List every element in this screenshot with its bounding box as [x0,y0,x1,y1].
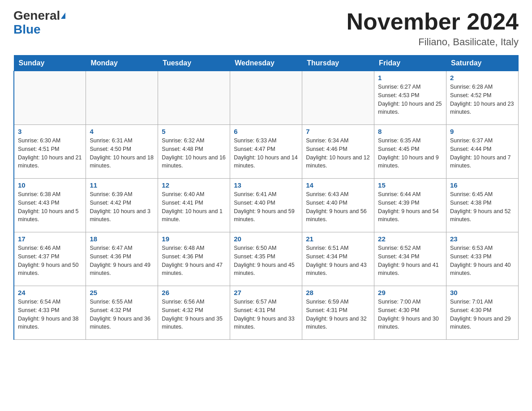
calendar-cell [14,71,86,125]
day-number: 14 [306,181,370,189]
day-info: Sunrise: 6:43 AMSunset: 4:40 PMDaylight:… [306,190,370,224]
calendar-cell: 9Sunrise: 6:37 AMSunset: 4:44 PMDaylight… [446,125,519,179]
calendar-cell: 18Sunrise: 6:47 AMSunset: 4:36 PMDayligh… [86,232,158,286]
logo-triangle-icon [61,13,65,19]
weekday-header-sunday: Sunday [14,56,86,71]
day-info: Sunrise: 6:32 AMSunset: 4:48 PMDaylight:… [162,137,226,170]
day-number: 17 [18,235,82,243]
title-area: November 2024 Filiano, Basilicate, Italy [347,9,519,48]
day-number: 6 [234,128,298,135]
day-info: Sunrise: 6:51 AMSunset: 4:34 PMDaylight:… [306,244,370,278]
weekday-header-monday: Monday [86,56,158,71]
calendar-cell [86,71,158,125]
day-info: Sunrise: 6:33 AMSunset: 4:47 PMDaylight:… [234,137,298,170]
calendar-cell: 30Sunrise: 7:01 AMSunset: 4:30 PMDayligh… [446,286,519,340]
day-number: 28 [306,289,370,296]
weekday-header-friday: Friday [374,56,446,71]
calendar-cell: 7Sunrise: 6:34 AMSunset: 4:46 PMDaylight… [302,125,374,179]
calendar-cell: 17Sunrise: 6:46 AMSunset: 4:37 PMDayligh… [14,232,86,286]
calendar-cell: 12Sunrise: 6:40 AMSunset: 4:41 PMDayligh… [158,179,230,232]
day-number: 27 [234,289,298,296]
calendar-week-row: 17Sunrise: 6:46 AMSunset: 4:37 PMDayligh… [14,232,519,286]
day-info: Sunrise: 6:44 AMSunset: 4:39 PMDaylight:… [378,190,442,224]
day-info: Sunrise: 6:53 AMSunset: 4:33 PMDaylight:… [450,244,515,278]
day-number: 3 [18,128,82,135]
calendar-cell: 28Sunrise: 6:59 AMSunset: 4:31 PMDayligh… [302,286,374,340]
day-number: 19 [162,235,226,243]
day-number: 12 [162,181,226,189]
day-number: 25 [90,289,154,296]
calendar-table: SundayMondayTuesdayWednesdayThursdayFrid… [13,55,519,340]
day-number: 24 [18,289,82,296]
day-info: Sunrise: 6:48 AMSunset: 4:36 PMDaylight:… [162,244,226,278]
day-number: 4 [90,128,154,135]
calendar-week-row: 24Sunrise: 6:54 AMSunset: 4:33 PMDayligh… [14,286,519,340]
calendar-cell: 19Sunrise: 6:48 AMSunset: 4:36 PMDayligh… [158,232,230,286]
calendar-cell: 8Sunrise: 6:35 AMSunset: 4:45 PMDaylight… [374,125,446,179]
calendar-cell: 4Sunrise: 6:31 AMSunset: 4:50 PMDaylight… [86,125,158,179]
day-number: 15 [378,181,442,189]
day-number: 7 [306,128,370,135]
day-info: Sunrise: 6:54 AMSunset: 4:33 PMDaylight:… [18,298,82,331]
weekday-header-saturday: Saturday [446,56,519,71]
calendar-week-row: 1Sunrise: 6:27 AMSunset: 4:53 PMDaylight… [14,71,519,125]
day-number: 5 [162,128,226,135]
calendar-cell: 11Sunrise: 6:39 AMSunset: 4:42 PMDayligh… [86,179,158,232]
day-info: Sunrise: 6:31 AMSunset: 4:50 PMDaylight:… [90,137,154,170]
calendar-cell: 14Sunrise: 6:43 AMSunset: 4:40 PMDayligh… [302,179,374,232]
day-number: 8 [378,128,442,135]
logo-general-text: General [13,9,60,23]
day-info: Sunrise: 6:40 AMSunset: 4:41 PMDaylight:… [162,190,226,224]
day-info: Sunrise: 6:27 AMSunset: 4:53 PMDaylight:… [378,83,442,116]
day-number: 18 [90,235,154,243]
day-info: Sunrise: 6:56 AMSunset: 4:32 PMDaylight:… [162,298,226,331]
day-number: 16 [450,181,515,189]
day-info: Sunrise: 6:28 AMSunset: 4:52 PMDaylight:… [450,83,515,116]
day-info: Sunrise: 6:38 AMSunset: 4:43 PMDaylight:… [18,190,82,224]
day-info: Sunrise: 6:45 AMSunset: 4:38 PMDaylight:… [450,190,515,224]
day-info: Sunrise: 6:37 AMSunset: 4:44 PMDaylight:… [450,137,515,170]
day-number: 29 [378,289,442,296]
day-number: 1 [378,74,442,81]
logo: General Blue [13,9,65,37]
day-info: Sunrise: 7:01 AMSunset: 4:30 PMDaylight:… [450,298,515,331]
calendar-cell: 15Sunrise: 6:44 AMSunset: 4:39 PMDayligh… [374,179,446,232]
calendar-cell: 21Sunrise: 6:51 AMSunset: 4:34 PMDayligh… [302,232,374,286]
calendar-cell: 23Sunrise: 6:53 AMSunset: 4:33 PMDayligh… [446,232,519,286]
weekday-header-thursday: Thursday [302,56,374,71]
calendar-week-row: 3Sunrise: 6:30 AMSunset: 4:51 PMDaylight… [14,125,519,179]
month-title: November 2024 [347,9,519,34]
calendar-cell: 25Sunrise: 6:55 AMSunset: 4:32 PMDayligh… [86,286,158,340]
calendar-cell: 26Sunrise: 6:56 AMSunset: 4:32 PMDayligh… [158,286,230,340]
day-number: 22 [378,235,442,243]
calendar-cell: 24Sunrise: 6:54 AMSunset: 4:33 PMDayligh… [14,286,86,340]
day-info: Sunrise: 6:47 AMSunset: 4:36 PMDaylight:… [90,244,154,278]
calendar-cell: 5Sunrise: 6:32 AMSunset: 4:48 PMDaylight… [158,125,230,179]
day-info: Sunrise: 6:35 AMSunset: 4:45 PMDaylight:… [378,137,442,170]
location-title: Filiano, Basilicate, Italy [347,36,519,48]
calendar-cell: 20Sunrise: 6:50 AMSunset: 4:35 PMDayligh… [230,232,302,286]
day-info: Sunrise: 7:00 AMSunset: 4:30 PMDaylight:… [378,298,442,331]
day-number: 2 [450,74,515,81]
calendar-cell: 29Sunrise: 7:00 AMSunset: 4:30 PMDayligh… [374,286,446,340]
calendar-cell: 10Sunrise: 6:38 AMSunset: 4:43 PMDayligh… [14,179,86,232]
calendar-cell: 6Sunrise: 6:33 AMSunset: 4:47 PMDaylight… [230,125,302,179]
day-number: 9 [450,128,515,135]
day-info: Sunrise: 6:52 AMSunset: 4:34 PMDaylight:… [378,244,442,278]
calendar-cell [158,71,230,125]
calendar-cell: 1Sunrise: 6:27 AMSunset: 4:53 PMDaylight… [374,71,446,125]
day-info: Sunrise: 6:30 AMSunset: 4:51 PMDaylight:… [18,137,82,170]
day-number: 11 [90,181,154,189]
calendar-cell: 22Sunrise: 6:52 AMSunset: 4:34 PMDayligh… [374,232,446,286]
day-info: Sunrise: 6:59 AMSunset: 4:31 PMDaylight:… [306,298,370,331]
day-info: Sunrise: 6:41 AMSunset: 4:40 PMDaylight:… [234,190,298,224]
calendar-cell: 13Sunrise: 6:41 AMSunset: 4:40 PMDayligh… [230,179,302,232]
weekday-header-tuesday: Tuesday [158,56,230,71]
header: General Blue November 2024 Filiano, Basi… [13,9,519,48]
calendar-cell: 2Sunrise: 6:28 AMSunset: 4:52 PMDaylight… [446,71,519,125]
logo-blue-text: Blue [13,22,41,36]
day-number: 26 [162,289,226,296]
weekday-header-row: SundayMondayTuesdayWednesdayThursdayFrid… [14,56,519,71]
calendar-cell: 27Sunrise: 6:57 AMSunset: 4:31 PMDayligh… [230,286,302,340]
calendar-cell: 16Sunrise: 6:45 AMSunset: 4:38 PMDayligh… [446,179,519,232]
